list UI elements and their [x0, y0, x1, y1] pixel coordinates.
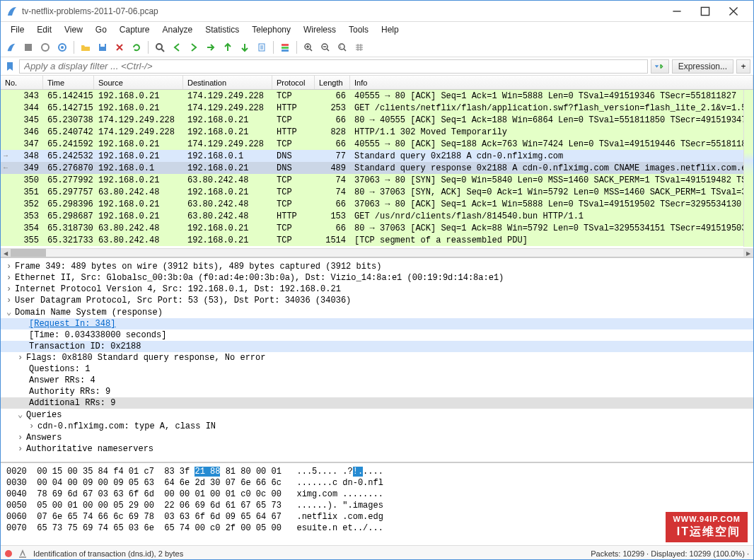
menu-tools[interactable]: Tools — [343, 23, 374, 36]
detail-line[interactable]: Internet Protocol Version 4, Src: 192.16… — [1, 284, 753, 295]
go-last-icon[interactable] — [237, 40, 253, 55]
reload-icon[interactable] — [129, 40, 144, 55]
svg-rect-10 — [282, 47, 289, 49]
auto-scroll-icon[interactable] — [254, 40, 269, 55]
detail-line[interactable]: Authoritative nameservers — [1, 443, 753, 455]
packet-row[interactable]: 34365.142415192.168.0.21174.129.249.228T… — [1, 90, 753, 102]
detail-line[interactable]: Questions: 1 — [1, 363, 753, 375]
column-info[interactable]: Info — [350, 76, 753, 89]
packet-row[interactable]: 35365.298687192.168.0.2163.80.242.48HTTP… — [1, 210, 753, 222]
packet-row[interactable]: 35565.32173363.80.242.48192.168.0.21TCP1… — [1, 234, 753, 246]
menu-file[interactable]: File — [5, 23, 30, 36]
packet-list-pane: No. Time Source Destination Protocol Len… — [1, 76, 753, 258]
maximize-button[interactable] — [691, 1, 719, 22]
packet-row[interactable]: 35065.277992192.168.0.2163.80.242.48TCP7… — [1, 174, 753, 186]
hex-line[interactable]: 0040 78 69 6d 67 03 63 6f 6d 00 00 01 00… — [6, 489, 748, 500]
hex-line[interactable]: 0050 05 00 01 00 00 05 29 00 22 06 69 6d… — [6, 500, 748, 511]
detail-line[interactable]: Authority RRs: 9 — [1, 386, 753, 397]
add-filter-button[interactable]: + — [736, 59, 750, 74]
menu-help[interactable]: Help — [376, 23, 405, 36]
detail-line[interactable]: Flags: 0x8180 Standard query response, N… — [1, 352, 753, 363]
find-icon[interactable] — [152, 40, 168, 55]
packet-overview-scrollbar[interactable] — [743, 90, 753, 247]
hex-line[interactable]: 0060 07 6e 65 74 66 6c 69 78 03 63 6f 6d… — [6, 511, 748, 523]
hex-line[interactable]: 0070 65 73 75 69 74 65 03 6e 65 74 00 c0… — [6, 523, 748, 534]
save-file-icon[interactable] — [95, 40, 110, 55]
svg-rect-9 — [282, 44, 289, 46]
packet-details-pane[interactable]: Frame 349: 489 bytes on wire (3912 bits)… — [1, 258, 753, 463]
restart-capture-icon[interactable] — [37, 40, 53, 55]
filter-bar: Expression... + — [1, 57, 753, 76]
packet-row[interactable]: 34765.241592192.168.0.21174.129.249.228T… — [1, 138, 753, 150]
capture-options-icon[interactable] — [54, 40, 70, 55]
colorize-icon[interactable] — [277, 40, 293, 55]
detail-line[interactable]: Frame 349: 489 bytes on wire (3912 bits)… — [1, 261, 753, 272]
packet-row[interactable]: →34865.242532192.168.0.21192.168.0.1DNS7… — [1, 150, 753, 162]
column-protocol[interactable]: Protocol — [272, 76, 315, 89]
open-file-icon[interactable] — [78, 40, 93, 55]
menu-analyze[interactable]: Analyze — [157, 23, 199, 36]
detail-line[interactable]: [Time: 0.034338000 seconds] — [1, 329, 753, 341]
go-forward-icon[interactable] — [186, 40, 202, 55]
packet-row[interactable]: 35265.298396192.168.0.2163.80.242.48TCP6… — [1, 198, 753, 210]
svg-rect-0 — [701, 7, 709, 15]
svg-rect-11 — [282, 49, 289, 52]
bookmark-icon[interactable] — [4, 60, 16, 73]
detail-line[interactable]: User Datagram Protocol, Src Port: 53 (53… — [1, 295, 753, 306]
detail-line[interactable]: [Request In: 348] — [1, 318, 753, 329]
wireshark-icon — [6, 6, 18, 17]
packet-list-header: No. Time Source Destination Protocol Len… — [1, 76, 753, 90]
close-button[interactable] — [719, 1, 748, 22]
toolbar: 1 — [1, 37, 753, 57]
detail-line[interactable]: cdn-0.nflximg.com: type A, class IN — [1, 421, 753, 432]
menu-statistics[interactable]: Statistics — [199, 23, 245, 36]
menu-telephony[interactable]: Telephony — [246, 23, 296, 36]
packet-list-body[interactable]: 34365.142415192.168.0.21174.129.249.228T… — [1, 90, 753, 248]
menu-go[interactable]: Go — [90, 23, 112, 36]
svg-point-2 — [42, 44, 49, 51]
stop-capture-icon[interactable] — [21, 40, 36, 55]
hex-line[interactable]: 0020 00 15 00 35 84 f4 01 c7 83 3f 21 88… — [6, 466, 748, 477]
menu-wireless[interactable]: Wireless — [298, 23, 342, 36]
start-capture-icon[interactable] — [4, 40, 19, 55]
packet-row[interactable]: 35465.31873063.80.242.48192.168.0.21TCP6… — [1, 222, 753, 234]
packet-row[interactable]: 34665.240742174.129.249.228192.168.0.21H… — [1, 126, 753, 138]
packet-row[interactable]: 35165.29775763.80.242.48192.168.0.21TCP7… — [1, 186, 753, 198]
packet-row[interactable]: ←34965.276870192.168.0.1192.168.0.21DNS4… — [1, 162, 753, 174]
filter-dropdown[interactable] — [651, 59, 669, 74]
column-source[interactable]: Source — [94, 76, 183, 89]
packet-row[interactable]: 34565.230738174.129.249.228192.168.0.21T… — [1, 114, 753, 126]
display-filter-input[interactable] — [19, 59, 648, 74]
go-to-packet-icon[interactable] — [203, 40, 219, 55]
column-length[interactable]: Length — [315, 76, 350, 89]
detail-line[interactable]: Transaction ID: 0x2188 — [1, 341, 753, 352]
menu-capture[interactable]: Capture — [114, 23, 156, 36]
packet-row[interactable]: 34465.142715192.168.0.21174.129.249.228H… — [1, 102, 753, 114]
zoom-in-icon[interactable] — [301, 40, 316, 55]
column-destination[interactable]: Destination — [183, 76, 272, 89]
go-first-icon[interactable] — [220, 40, 236, 55]
detail-line[interactable]: Queries — [1, 409, 753, 421]
close-file-icon[interactable] — [112, 40, 127, 55]
detail-line[interactable]: Domain Name System (response) — [1, 306, 753, 318]
detail-line[interactable]: Additional RRs: 9 — [1, 397, 753, 409]
go-back-icon[interactable] — [169, 40, 185, 55]
titlebar: tv-netflix-problems-2011-07-06.pcap — [1, 1, 753, 22]
zoom-reset-icon[interactable]: 1 — [335, 40, 350, 55]
column-time[interactable]: Time — [43, 76, 94, 89]
horizontal-scrollbar[interactable]: ◀▶ — [1, 248, 753, 258]
resize-columns-icon[interactable] — [352, 40, 367, 55]
detail-line[interactable]: Answers — [1, 432, 753, 443]
packet-bytes-pane[interactable]: 0020 00 15 00 35 84 f4 01 c7 83 3f 21 88… — [1, 463, 753, 545]
watermark: WWW.94IP.COM IT运维空间 — [666, 512, 748, 542]
zoom-out-icon[interactable] — [318, 40, 333, 55]
column-no[interactable]: No. — [1, 76, 43, 89]
minimize-button[interactable] — [663, 1, 691, 22]
menu-view[interactable]: View — [59, 23, 88, 36]
hex-line[interactable]: 0030 00 04 00 09 00 09 05 63 64 6e 2d 30… — [6, 477, 748, 489]
expression-button[interactable]: Expression... — [672, 59, 733, 74]
menu-edit[interactable]: Edit — [31, 23, 57, 36]
detail-line[interactable]: Ethernet II, Src: Globalsc_00:3b:0a (f0:… — [1, 272, 753, 284]
detail-line[interactable]: Answer RRs: 4 — [1, 375, 753, 386]
expert-info-icon[interactable] — [18, 549, 28, 559]
